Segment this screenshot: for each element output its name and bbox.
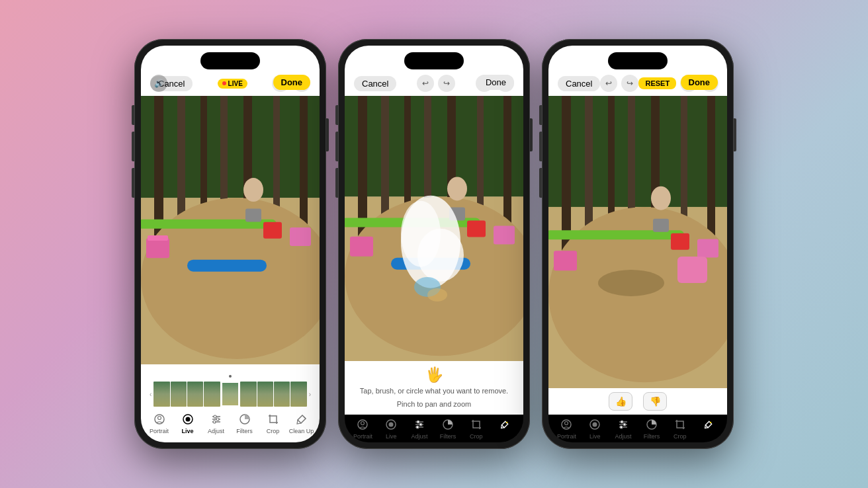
sound-icon[interactable]: 🔊 (150, 75, 167, 92)
crop-label-middle: Crop (470, 433, 483, 440)
done-button-middle[interactable]: Done (478, 75, 514, 90)
adjust-label-right: Adjust (615, 433, 632, 440)
svg-point-52 (361, 422, 365, 425)
frame-9 (290, 382, 306, 407)
cancel-button-right[interactable]: Cancel (558, 76, 600, 91)
undo-button-middle[interactable]: ↩ (417, 75, 434, 92)
toolbar-item-crop-right[interactable]: Crop (668, 417, 693, 440)
done-button-left[interactable]: Done (273, 75, 311, 90)
svg-point-59 (419, 423, 422, 426)
live-badge: LIVE (218, 79, 247, 89)
svg-rect-11 (187, 260, 267, 272)
toolbar-item-adjust-right[interactable]: Adjust (611, 417, 636, 440)
photo-svg-left (141, 96, 320, 364)
svg-point-54 (389, 423, 394, 427)
toolbar-left: Portrait Live Adjust (141, 409, 320, 437)
cleanup-label-right: Clean Up (696, 433, 722, 440)
photo-bg-middle (345, 96, 523, 361)
toolbar-item-portrait-right[interactable]: Portrait (554, 417, 579, 440)
cleanup-icon-left (294, 412, 309, 427)
toolbar-item-portrait-middle[interactable]: Portrait (350, 417, 375, 440)
top-bar-center-left: LIVE (218, 79, 247, 89)
live-dot (222, 81, 226, 85)
svg-rect-12 (146, 238, 169, 258)
svg-rect-71 (707, 96, 715, 251)
portrait-icon-right (559, 417, 574, 432)
toolbar-item-filters-left[interactable]: Filters (232, 412, 257, 434)
toolbar-item-crop-left[interactable]: Crop (261, 412, 286, 434)
dynamic-island-left (200, 52, 260, 69)
crop-icon-left (266, 412, 281, 427)
svg-point-88 (621, 421, 623, 423)
portrait-label-middle: Portrait (353, 433, 372, 440)
toolbar-item-filters-middle[interactable]: Filters (435, 417, 460, 440)
cleanup-icon-middle (498, 417, 512, 432)
filters-label-middle: Filters (440, 433, 456, 440)
svg-point-26 (216, 418, 219, 421)
svg-rect-17 (245, 209, 261, 222)
svg-rect-76 (697, 239, 718, 258)
frame-2 (171, 382, 187, 407)
adjust-icon-middle (412, 417, 427, 432)
svg-point-90 (620, 426, 623, 428)
bottom-area-left: ‹ › (141, 364, 320, 442)
photo-area-middle (345, 96, 523, 361)
svg-point-16 (243, 178, 263, 202)
reset-badge[interactable]: RESET (638, 77, 676, 89)
toolbar-item-cleanup-middle[interactable]: Clean Up (492, 417, 518, 440)
dynamic-island-right (608, 52, 668, 69)
hand-brush-icon: 🖐 (425, 366, 443, 384)
toolbar-item-adjust-middle[interactable]: Adjust (407, 417, 432, 440)
svg-point-58 (417, 421, 419, 423)
portrait-label-left: Portrait (150, 428, 169, 434)
instruction-area-middle: 🖐 Tap, brush, or circle what you want to… (345, 361, 523, 415)
svg-rect-79 (653, 219, 669, 232)
toolbar-item-crop-middle[interactable]: Crop (464, 417, 489, 440)
photo-svg-right (548, 96, 727, 388)
svg-rect-77 (671, 233, 689, 250)
toolbar-item-cleanup-left[interactable]: Clean Up (289, 412, 314, 434)
thumbs-down-button[interactable]: 👎 (643, 392, 667, 411)
photo-bg-right (548, 96, 727, 388)
undo-button-right[interactable]: ↩ (600, 75, 617, 92)
crop-label-left: Crop (267, 428, 280, 434)
frame-3 (187, 382, 203, 407)
toolbar-item-live-left[interactable]: Live (175, 412, 200, 434)
live-label-left: Live (181, 428, 193, 434)
phone-right: Cancel ↩ ↪ RESET ⌖ ··· Done (542, 39, 734, 449)
live-badge-label: LIVE (228, 80, 243, 87)
toolbar-item-live-right[interactable]: Live (582, 417, 607, 440)
filters-icon-right (644, 417, 659, 432)
cancel-button-middle[interactable]: Cancel (354, 76, 396, 91)
instruction-text-line2: Pinch to pan and zoom (397, 399, 472, 409)
phone-left-wrapper: Cancel LIVE ⌖ ··· 🔊 (134, 39, 326, 449)
timeline-frames (153, 382, 306, 407)
svg-point-27 (213, 421, 216, 423)
live-icon-middle (384, 417, 398, 432)
svg-point-60 (416, 426, 419, 428)
svg-point-78 (651, 186, 671, 210)
cleanup-label-middle: Clean Up (492, 433, 518, 440)
svg-point-62 (506, 422, 507, 423)
phone-middle: Cancel ↩ ↪ ⌖ ··· Done (338, 39, 530, 449)
thumbs-up-button[interactable]: 👍 (609, 392, 632, 411)
toolbar-item-filters-right[interactable]: Filters (639, 417, 664, 440)
toolbar-item-adjust-left[interactable]: Adjust (204, 412, 229, 434)
filters-label-right: Filters (644, 433, 660, 440)
filters-label-left: Filters (236, 428, 253, 434)
redo-button-middle[interactable]: ↪ (438, 75, 455, 92)
toolbar-item-live-middle[interactable]: Live (378, 417, 404, 440)
live-label-right: Live (589, 433, 601, 440)
phone-middle-wrapper: Cancel ↩ ↪ ⌖ ··· Done (338, 39, 530, 449)
live-label-middle: Live (386, 433, 397, 440)
svg-rect-14 (290, 227, 311, 246)
toolbar-item-cleanup-right[interactable]: Clean Up (696, 417, 722, 440)
frame-6 (240, 382, 256, 407)
done-button-right[interactable]: Done (681, 75, 718, 90)
photo-svg-middle (345, 96, 523, 361)
toolbar-item-portrait-left[interactable]: Portrait (147, 412, 172, 434)
redo-button-right[interactable]: ↪ (621, 75, 638, 92)
svg-point-48 (417, 229, 464, 282)
photo-bg-left (141, 96, 320, 364)
sound-icon-area: 🔊 (150, 75, 167, 92)
